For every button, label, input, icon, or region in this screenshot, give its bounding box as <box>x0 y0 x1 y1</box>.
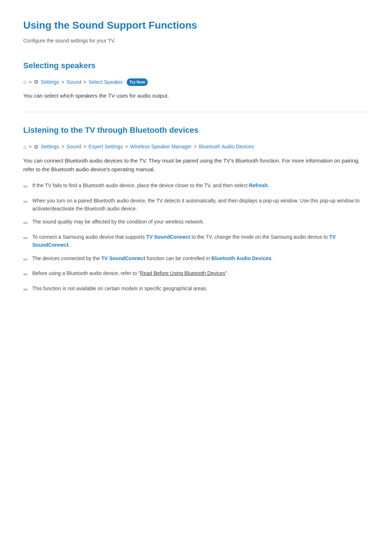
breadcrumb-sound[interactable]: Sound <box>66 78 81 86</box>
section1-intro: You can select which speakers the TV use… <box>23 91 369 100</box>
pencil-icon-6: ✏ <box>23 270 28 279</box>
section2-title: Listening to the TV through Bluetooth de… <box>23 124 369 136</box>
separator2: > <box>61 78 64 86</box>
bullet-text-2: When you turn on a paired Bluetooth audi… <box>32 197 369 213</box>
bc2-expert-settings[interactable]: Expert Settings <box>89 143 123 151</box>
pencil-icon-1: ✏ <box>23 182 28 192</box>
bullet-text-5: The devices connected by the TV SoundCon… <box>32 254 273 262</box>
sep-d: > <box>125 143 128 151</box>
breadcrumb-settings[interactable]: Settings <box>41 78 59 86</box>
bullet-list: ✏ If the TV fails to find a Bluetooth au… <box>23 181 369 295</box>
bc2-sound[interactable]: Sound <box>66 143 81 151</box>
section1-title: Selecting speakers <box>23 59 369 72</box>
pencil-icon-5: ✏ <box>23 255 28 264</box>
list-item: ✏ If the TV fails to find a Bluetooth au… <box>23 181 369 192</box>
tv-soundconnect-link-3[interactable]: TV SoundConnect <box>101 255 145 261</box>
bullet-text-4: To connect a Samsung audio device that s… <box>32 233 369 249</box>
bullet-text-6: Before using a Bluetooth audio device, r… <box>32 269 229 277</box>
separator3: > <box>83 78 86 86</box>
list-item: ✏ When you turn on a paired Bluetooth au… <box>23 197 369 213</box>
read-before-link[interactable]: Read Before Using Bluetooth Devices <box>140 270 225 276</box>
page-title: Using the Sound Support Functions <box>23 17 369 34</box>
sep-c: > <box>83 143 86 151</box>
sep-e: > <box>194 143 197 151</box>
tv-soundconnect-link-1[interactable]: TV SoundConnect <box>146 234 190 240</box>
bc2-bluetooth-audio-devices[interactable]: Bluetooth Audio Devices <box>199 143 254 151</box>
pencil-icon-2: ✏ <box>23 197 28 207</box>
bullet-text-3: The sound quality may be affected by the… <box>32 218 204 226</box>
bc2-settings[interactable]: Settings <box>41 143 59 151</box>
sep-b: > <box>61 143 64 151</box>
section2-breadcrumb: ⌂ > ⚙ Settings > Sound > Expert Settings… <box>23 143 369 151</box>
sep-a: > <box>29 143 32 151</box>
section1-breadcrumb: ⌂ > ⚙ Settings > Sound > Select Speaker … <box>23 78 369 86</box>
section2-intro: You can connect Bluetooth audio devices … <box>23 156 369 175</box>
separator1: > <box>29 78 32 86</box>
home-icon: ⌂ <box>23 78 26 86</box>
bluetooth-audio-devices-link[interactable]: Bluetooth Audio Devices <box>211 255 271 261</box>
refresh-link[interactable]: Refresh <box>249 182 268 188</box>
bullet-text-1: If the TV fails to find a Bluetooth audi… <box>32 181 269 189</box>
section-divider <box>23 112 369 112</box>
list-item: ✏ This function is not available on cert… <box>23 284 369 295</box>
settings-gear-icon: ⚙ <box>34 78 38 86</box>
try-now-badge[interactable]: Try Now <box>127 78 148 86</box>
bc2-wireless-speaker-manager[interactable]: Wireless Speaker Manager <box>130 143 192 151</box>
home-icon-2: ⌂ <box>23 143 26 151</box>
page-subtitle: Configure the sound settings for your TV… <box>23 37 369 45</box>
bullet-text-7: This function is not available on certai… <box>32 284 208 292</box>
list-item: ✏ Before using a Bluetooth audio device,… <box>23 269 369 279</box>
breadcrumb-select-speaker[interactable]: Select Speaker <box>89 78 123 86</box>
settings-gear-icon-2: ⚙ <box>34 143 38 151</box>
pencil-icon-3: ✏ <box>23 218 28 228</box>
list-item: ✏ The devices connected by the TV SoundC… <box>23 254 369 264</box>
list-item: ✏ To connect a Samsung audio device that… <box>23 233 369 249</box>
pencil-icon-4: ✏ <box>23 234 28 243</box>
pencil-icon-7: ✏ <box>23 285 28 295</box>
list-item: ✏ The sound quality may be affected by t… <box>23 218 369 228</box>
